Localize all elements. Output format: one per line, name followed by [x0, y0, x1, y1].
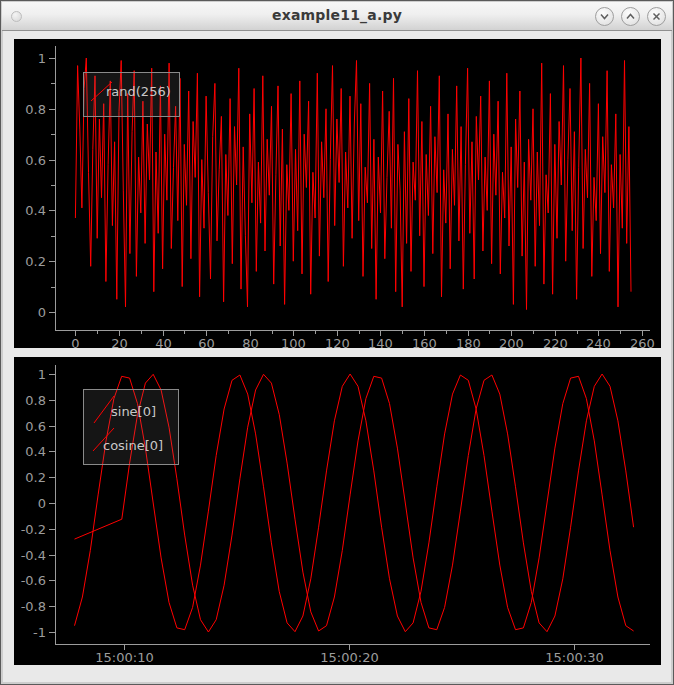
x-tick-label: 260 — [630, 336, 655, 348]
app-window: example11_a.py 00.20.40.60.8102040608010… — [0, 0, 674, 685]
legend[interactable]: rand(256) — [84, 73, 180, 117]
y-tick-label: 0 — [38, 496, 46, 511]
y-tick-label: 0.4 — [25, 444, 46, 459]
legend[interactable]: sine[0]cosine[0] — [84, 390, 179, 465]
y-tick-label: 1 — [38, 367, 46, 382]
x-tick-label: 15:00:10 — [95, 650, 153, 665]
y-tick-label: 0.6 — [25, 419, 46, 434]
y-tick-label: 1 — [38, 51, 46, 66]
x-tick-label: 180 — [456, 336, 481, 348]
plot-random-series[interactable]: 00.20.40.60.8102040608010012014016018020… — [14, 39, 661, 348]
y-tick-label: -0.6 — [21, 573, 46, 588]
x-tick-label: 15:00:20 — [320, 650, 378, 665]
x-tick-label: 40 — [155, 336, 172, 348]
chevron-up-icon — [624, 10, 637, 23]
y-tick-label: 0 — [38, 305, 46, 320]
titlebar[interactable]: example11_a.py — [2, 2, 672, 31]
x-tick-label: 140 — [368, 336, 393, 348]
plot-canvas[interactable]: 00.20.40.60.8102040608010012014016018020… — [14, 39, 661, 348]
x-tick-label: 80 — [242, 336, 259, 348]
y-tick-label: 0.4 — [25, 203, 46, 218]
y-tick-label: 0.2 — [25, 254, 46, 269]
legend-label: rand(256) — [106, 84, 171, 99]
x-tick-label: 160 — [412, 336, 437, 348]
x-tick-label: 220 — [543, 336, 568, 348]
x-tick-label: 120 — [325, 336, 350, 348]
x-tick-label: 0 — [71, 336, 79, 348]
window-title: example11_a.py — [2, 7, 672, 23]
x-tick-label: 15:00:30 — [545, 650, 603, 665]
x-tick-label: 60 — [198, 336, 215, 348]
x-tick-label: 20 — [111, 336, 128, 348]
plot-canvas[interactable]: -1-0.8-0.6-0.4-0.200.20.40.60.8115:00:10… — [14, 357, 661, 665]
x-tick-label: 200 — [499, 336, 524, 348]
plot-sine-cosine[interactable]: -1-0.8-0.6-0.4-0.200.20.40.60.8115:00:10… — [14, 357, 661, 665]
x-tick-label: 240 — [586, 336, 611, 348]
y-tick-label: -0.2 — [21, 522, 46, 537]
y-tick-label: -0.4 — [21, 548, 46, 563]
y-tick-label: 0.8 — [25, 102, 46, 117]
y-tick-label: 0.6 — [25, 153, 46, 168]
close-icon — [650, 10, 663, 23]
y-tick-label: -1 — [33, 625, 46, 640]
y-tick-label: -0.8 — [21, 599, 46, 614]
shade-button[interactable] — [595, 7, 614, 26]
maximize-button[interactable] — [621, 7, 640, 26]
chevron-down-icon — [598, 10, 611, 23]
y-tick-label: 0.8 — [25, 393, 46, 408]
legend-label: sine[0] — [111, 404, 156, 419]
window-controls — [595, 7, 666, 26]
y-tick-label: 0.2 — [25, 470, 46, 485]
legend-label: cosine[0] — [103, 438, 163, 453]
close-button[interactable] — [647, 7, 666, 26]
x-tick-label: 100 — [281, 336, 306, 348]
